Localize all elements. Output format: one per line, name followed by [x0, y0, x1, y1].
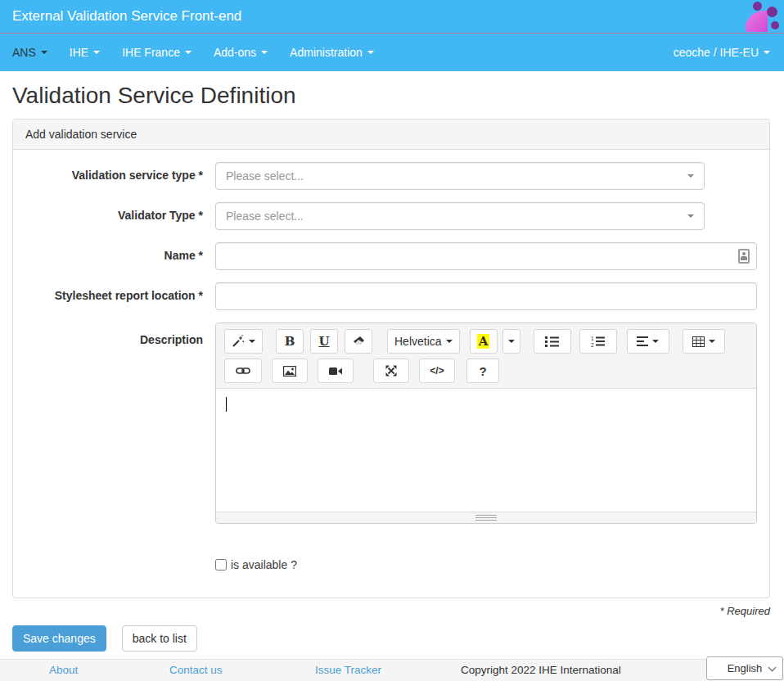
- ordered-list-icon: 1 2: [591, 336, 605, 347]
- insert-picture-button[interactable]: [272, 359, 308, 383]
- stylesheet-label: Stylesheet report location *: [25, 282, 215, 302]
- highlight-a-icon: A: [477, 334, 490, 349]
- validator-type-row: Validator Type * Please select...: [25, 202, 757, 230]
- validation-service-type-select[interactable]: Please select...: [215, 162, 705, 190]
- select-placeholder: Please select...: [226, 169, 304, 183]
- paragraph-align-button[interactable]: [627, 329, 669, 354]
- text-cursor: [226, 397, 227, 412]
- required-note: * Required: [0, 605, 770, 617]
- nav-item-ihe[interactable]: IHE: [70, 46, 100, 59]
- stylesheet-input[interactable]: [215, 282, 757, 310]
- stylesheet-row: Stylesheet report location *: [25, 282, 757, 310]
- editor-toolbar: B U Helvetica: [216, 323, 756, 389]
- resize-handle-icon[interactable]: [475, 517, 497, 518]
- validator-type-control: Please select...: [215, 202, 757, 230]
- caret-down-icon: [508, 340, 515, 343]
- page-footer: About Contact us Issue Tracker Copyright…: [0, 659, 784, 681]
- table-icon: [692, 336, 705, 347]
- description-row: Description B: [25, 322, 757, 524]
- nav-item-ihe-france[interactable]: IHE France: [122, 46, 191, 59]
- page-title: Validation Service Definition: [12, 83, 784, 109]
- insert-link-button[interactable]: [224, 359, 262, 383]
- nav-item-administration[interactable]: Administration: [290, 46, 374, 59]
- caret-down-icon: [446, 340, 453, 343]
- caret-down-icon: [249, 340, 255, 343]
- description-control: B U Helvetica: [215, 322, 757, 524]
- app-header: External Validation Service Front-end: [0, 0, 784, 34]
- description-editing-area[interactable]: [216, 389, 756, 512]
- description-rich-text-editor: B U Helvetica: [215, 322, 757, 524]
- help-button[interactable]: ?: [466, 359, 499, 383]
- code-view-button[interactable]: </>: [419, 359, 455, 383]
- caret-down-icon: [367, 51, 374, 54]
- is-available-row: is available ?: [215, 558, 757, 571]
- back-to-list-button[interactable]: back to list: [122, 625, 197, 652]
- underline-button[interactable]: U: [310, 329, 338, 354]
- caret-down-icon: [687, 174, 694, 178]
- nav-item-label: IHE: [70, 46, 88, 59]
- caret-down-icon: [41, 51, 47, 54]
- clear-formatting-button[interactable]: [345, 329, 372, 354]
- logo-dot: [771, 21, 779, 29]
- caret-down-icon: [185, 51, 191, 54]
- nav-item-add-ons[interactable]: Add-ons: [214, 46, 268, 59]
- paragraph-align-icon: [637, 336, 648, 346]
- ordered-list-button[interactable]: 1 2: [579, 329, 617, 354]
- unordered-list-icon: [545, 336, 559, 347]
- nav-item-label: IHE France: [122, 46, 180, 59]
- fullscreen-button[interactable]: [373, 359, 409, 383]
- nav-item-label: Add-ons: [214, 46, 256, 59]
- magic-wand-icon: [232, 335, 245, 348]
- chevron-down-icon: [768, 664, 777, 672]
- validator-type-select[interactable]: Please select...: [215, 202, 705, 230]
- caret-down-icon: [709, 340, 715, 343]
- name-row: Name *: [25, 242, 757, 270]
- is-available-checkbox[interactable]: [215, 559, 227, 571]
- logo-dot: [753, 2, 762, 11]
- svg-text:2: 2: [591, 342, 594, 348]
- caret-down-icon: [93, 51, 100, 54]
- caret-down-icon: [652, 340, 659, 343]
- stylesheet-control: [215, 282, 757, 310]
- user-menu[interactable]: ceoche / IHE-EU: [674, 46, 770, 59]
- description-label: Description: [25, 322, 215, 346]
- footer-copyright: Copyright 2022 IHE International: [461, 660, 621, 681]
- gazelle-logo-icon: [740, 1, 779, 33]
- add-validation-service-panel: Add validation service Validation servic…: [12, 119, 770, 598]
- unordered-list-button[interactable]: [534, 329, 571, 354]
- svg-text:1: 1: [591, 336, 594, 341]
- form-actions: Save changes back to list: [12, 625, 784, 652]
- style-button[interactable]: [224, 329, 263, 354]
- language-select[interactable]: English: [706, 656, 783, 680]
- validation-service-type-label: Validation service type *: [25, 162, 215, 182]
- nav-item-label: Administration: [290, 46, 363, 59]
- validation-service-type-control: Please select...: [215, 162, 757, 190]
- main-navbar: ANS IHE IHE France Add-ons Administratio…: [0, 34, 784, 71]
- contact-autofill-icon[interactable]: [738, 249, 750, 264]
- name-input[interactable]: [215, 242, 757, 270]
- video-icon: [329, 367, 342, 376]
- user-menu-label: ceoche / IHE-EU: [674, 46, 759, 59]
- table-button[interactable]: [683, 329, 725, 354]
- eraser-icon: [353, 336, 365, 347]
- insert-video-button[interactable]: [318, 359, 354, 383]
- validator-type-label: Validator Type *: [25, 202, 215, 222]
- fullscreen-arrows-icon: [385, 365, 397, 377]
- font-color-dropdown-button[interactable]: [502, 329, 520, 354]
- caret-down-icon: [261, 51, 268, 54]
- caret-down-icon: [764, 51, 770, 54]
- bold-button[interactable]: B: [276, 329, 304, 354]
- toolbar-row-2: </> ?: [224, 359, 748, 383]
- footer-link-about[interactable]: About: [49, 660, 78, 681]
- name-label: Name *: [25, 242, 215, 262]
- nav-item-ans[interactable]: ANS: [12, 46, 47, 59]
- logo-quarter-shape: [746, 11, 768, 32]
- font-color-button[interactable]: A: [470, 329, 498, 354]
- save-changes-button[interactable]: Save changes: [12, 625, 106, 652]
- panel-heading: Add validation service: [13, 120, 769, 150]
- caret-down-icon: [687, 214, 694, 218]
- footer-link-contact-us[interactable]: Contact us: [169, 660, 223, 681]
- editor-statusbar[interactable]: [216, 512, 756, 523]
- footer-link-issue-tracker[interactable]: Issue Tracker: [315, 660, 381, 681]
- font-family-button[interactable]: Helvetica: [387, 329, 460, 354]
